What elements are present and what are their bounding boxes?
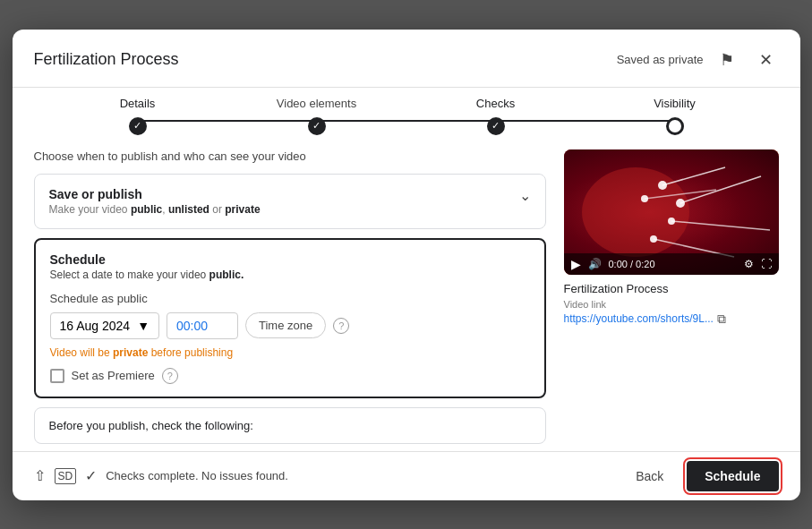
timezone-button[interactable]: Time zone xyxy=(245,312,326,338)
step-checks: Checks ✓ xyxy=(406,97,585,135)
footer-right: Back Schedule xyxy=(621,461,778,491)
schedule-card: Schedule Select a date to make your vide… xyxy=(34,238,546,398)
back-button[interactable]: Back xyxy=(621,462,678,491)
saved-status: Saved as private xyxy=(617,53,704,66)
left-panel: Choose when to publish and who can see y… xyxy=(34,149,546,444)
unlisted-option: unlisted xyxy=(168,203,209,216)
play-button[interactable]: ▶ xyxy=(571,257,581,271)
volume-button[interactable]: 🔊 xyxy=(588,258,602,270)
step-video-dot: ✓ xyxy=(308,117,326,135)
total-time: 0:20 xyxy=(636,259,654,269)
step-visibility: Visibility xyxy=(585,97,765,135)
svg-point-6 xyxy=(668,218,675,225)
chevron-down-icon[interactable]: ⌄ xyxy=(519,187,531,204)
close-icon: ✕ xyxy=(759,50,773,70)
video-url-link[interactable]: https://youtube.com/shorts/9L... xyxy=(564,312,714,325)
modal-header: Fertilization Process Saved as private ⚑… xyxy=(13,30,800,88)
step-visibility-label: Visibility xyxy=(654,97,696,110)
close-button[interactable]: ✕ xyxy=(750,44,782,76)
steps-row: Details ✓ Video elements ✓ Checks ✓ Visi… xyxy=(48,97,765,135)
modal-body: Choose when to publish and who can see y… xyxy=(13,139,800,451)
header-right: Saved as private ⚑ ✕ xyxy=(617,44,782,76)
public-option: public xyxy=(131,203,162,216)
modal-title: Fertilization Process xyxy=(34,50,179,69)
schedule-title: Schedule xyxy=(50,252,530,267)
video-title: Fertilization Process xyxy=(564,282,779,295)
premiere-help-icon[interactable]: ? xyxy=(162,368,178,384)
step-visibility-dot xyxy=(666,117,684,135)
settings-icon[interactable]: ⚙ xyxy=(744,258,754,270)
svg-line-1 xyxy=(662,167,725,185)
check-circle-icon: ✓ xyxy=(85,467,97,484)
video-controls: ▶ 🔊 0:00 / 0:20 ⚙ ⛶ xyxy=(564,253,779,275)
current-time: 0:00 xyxy=(609,259,628,269)
upload-icon[interactable]: ⇧ xyxy=(34,467,46,484)
flag-icon: ⚑ xyxy=(720,50,734,70)
video-link-label: Video link xyxy=(564,299,779,310)
private-option: private xyxy=(225,203,260,216)
private-warning: Video will be private before publishing xyxy=(50,346,530,359)
modal-dialog: Fertilization Process Saved as private ⚑… xyxy=(13,30,800,500)
card-header: Save or publish Make your video public, … xyxy=(49,187,531,216)
modal-footer: ⇧ SD ✓ Checks complete. No issues found.… xyxy=(13,451,800,500)
save-publish-card: Save or publish Make your video public, … xyxy=(34,174,546,229)
premiere-label: Set as Premiere xyxy=(72,369,155,382)
before-publish-title: Before you publish, check the following: xyxy=(49,419,531,432)
help-icon[interactable]: ? xyxy=(333,318,349,334)
right-panel: ▶ 🔊 0:00 / 0:20 ⚙ ⛶ Fertilization Proces… xyxy=(564,149,779,444)
footer-status: Checks complete. No issues found. xyxy=(106,469,288,482)
premiere-checkbox[interactable] xyxy=(50,369,64,383)
step-details-dot: ✓ xyxy=(129,117,147,135)
time-display: 0:00 / 0:20 xyxy=(609,259,737,269)
fullscreen-icon[interactable]: ⛶ xyxy=(761,258,772,270)
date-selector[interactable]: 16 Aug 2024 ▼ xyxy=(50,312,160,339)
sd-badge: SD xyxy=(55,468,77,484)
save-publish-subtitle: Make your video public, unlisted or priv… xyxy=(49,203,261,216)
svg-point-8 xyxy=(650,235,657,243)
svg-line-3 xyxy=(680,176,761,203)
step-checks-label: Checks xyxy=(476,97,515,110)
save-publish-title: Save or publish xyxy=(49,187,261,201)
copy-icon[interactable]: ⧉ xyxy=(717,311,726,327)
schedule-button[interactable]: Schedule xyxy=(687,461,778,491)
svg-point-2 xyxy=(658,181,667,190)
card-info: Save or publish Make your video public, … xyxy=(49,187,261,216)
schedule-subtitle: Select a date to make your video public. xyxy=(50,269,530,281)
svg-point-10 xyxy=(641,195,648,202)
step-video-elements: Video elements ✓ xyxy=(227,97,406,135)
schedule-as-public-label: Schedule as public xyxy=(50,292,530,305)
step-details: Details ✓ xyxy=(48,97,227,135)
steps-container: Details ✓ Video elements ✓ Checks ✓ Visi… xyxy=(13,88,800,139)
premiere-row: Set as Premiere ? xyxy=(50,368,530,384)
svg-point-4 xyxy=(676,199,685,208)
video-thumbnail: ▶ 🔊 0:00 / 0:20 ⚙ ⛶ xyxy=(564,149,779,275)
public-bold: public. xyxy=(209,269,244,281)
private-bold: private xyxy=(113,346,148,359)
step-details-label: Details xyxy=(120,97,156,110)
step-video-label: Video elements xyxy=(277,97,356,110)
subtitle: Choose when to publish and who can see y… xyxy=(34,149,546,163)
step-checks-dot: ✓ xyxy=(487,117,505,135)
time-input[interactable] xyxy=(167,312,238,339)
before-publish-card: Before you publish, check the following: xyxy=(34,407,546,444)
video-link-row: https://youtube.com/shorts/9L... ⧉ xyxy=(564,311,779,327)
info-button[interactable]: ⚑ xyxy=(711,44,743,76)
schedule-inputs: 16 Aug 2024 ▼ Time zone ? xyxy=(50,312,530,339)
date-value: 16 Aug 2024 xyxy=(60,319,131,333)
footer-left: ⇧ SD ✓ Checks complete. No issues found. xyxy=(34,467,288,484)
date-chevron-icon: ▼ xyxy=(137,319,150,333)
